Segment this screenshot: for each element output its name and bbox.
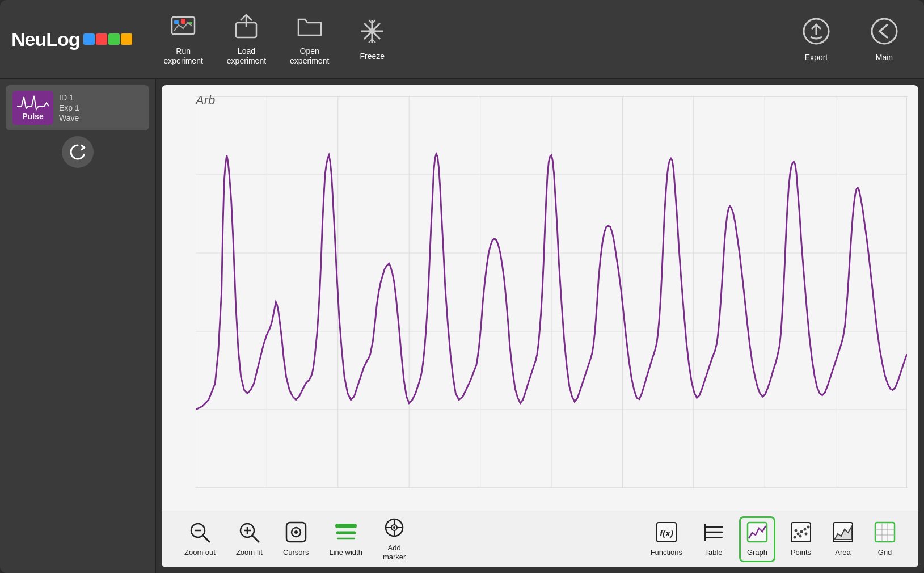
graph-icon [746, 521, 768, 546]
sensor-wave: Wave [59, 113, 79, 123]
points-label: Points [791, 548, 811, 557]
app-container: NeuLog Runex [0, 0, 924, 573]
svg-point-81 [794, 536, 796, 539]
logo: NeuLog [11, 28, 132, 50]
svg-point-15 [872, 19, 897, 44]
sensor-exp: Exp 1 [59, 103, 79, 112]
toolbar-group-right: f(x) Functions [645, 516, 901, 562]
chart-svg: 1000 800 600 400 200 0 0 1 2 3 4 5 6 7 8 [196, 96, 907, 488]
chart-area: Arb [162, 85, 918, 511]
export-button[interactable]: Export [788, 12, 845, 67]
freeze-icon [358, 18, 386, 48]
svg-point-86 [795, 529, 798, 532]
line-width-button[interactable]: Line width [323, 518, 368, 561]
freeze-button[interactable]: Freeze [344, 8, 400, 70]
line-width-icon [335, 521, 357, 546]
grid-icon [874, 521, 896, 546]
chart-y-label: Arb [196, 93, 215, 108]
svg-point-83 [800, 530, 803, 533]
line-width-label: Line width [329, 548, 362, 557]
graph-label: Graph [747, 548, 767, 557]
run-experiment-icon [170, 12, 197, 43]
logo-sq-red [96, 33, 107, 45]
table-label: Table [704, 548, 722, 557]
load-experiment-button[interactable]: Loadexperiment [218, 8, 275, 70]
export-icon [801, 16, 831, 49]
nav-buttons: Runexperiment Loadexperiment [155, 8, 788, 70]
svg-rect-2 [181, 19, 185, 24]
logo-text: NeuLog [11, 28, 80, 50]
logo-sq-blue [83, 33, 95, 45]
cursors-button[interactable]: Cursors [277, 518, 315, 561]
header-right: Export Main [788, 12, 913, 67]
svg-point-88 [805, 533, 808, 536]
zoom-out-icon [189, 521, 210, 546]
svg-point-9 [369, 28, 375, 34]
logo-sq-orange [121, 33, 132, 45]
logo-squares [83, 33, 132, 45]
sidebar: Pulse ID 1 Exp 1 Wave [0, 79, 156, 573]
zoom-fit-button[interactable]: Zoom fit [230, 518, 268, 561]
svg-point-82 [797, 533, 800, 536]
export-label: Export [805, 53, 828, 62]
grid-button[interactable]: Grid [868, 518, 901, 561]
cursors-icon [285, 521, 307, 546]
functions-icon: f(x) [656, 521, 677, 546]
sensor-icon-pulse: Pulse [12, 91, 53, 125]
logo-sq-green [108, 33, 120, 45]
main-label: Main [876, 53, 893, 62]
refresh-button[interactable] [62, 136, 94, 168]
svg-point-84 [804, 528, 807, 531]
open-experiment-label: Openexperiment [290, 47, 329, 66]
open-experiment-icon [296, 12, 323, 43]
load-experiment-label: Loadexperiment [227, 47, 266, 66]
open-experiment-button[interactable]: Openexperiment [281, 8, 338, 70]
svg-text:f(x): f(x) [660, 528, 673, 538]
functions-label: Functions [651, 548, 682, 557]
svg-rect-1 [174, 20, 179, 24]
main-icon [870, 16, 899, 49]
sensor-id: ID 1 [59, 93, 79, 102]
table-icon [703, 521, 724, 546]
zoom-fit-icon [238, 521, 260, 546]
toolbar-group-left: Zoom out Zoom fit [179, 513, 411, 564]
area-label: Area [835, 548, 850, 557]
sensor-pulse-label: Pulse [22, 112, 43, 121]
zoom-out-label: Zoom out [184, 548, 216, 557]
chart-container: Arb [162, 85, 918, 567]
svg-line-59 [252, 536, 259, 542]
points-icon [790, 521, 812, 546]
bottom-toolbar: Zoom out Zoom fit [162, 511, 918, 567]
add-marker-icon [383, 517, 405, 541]
add-marker-button[interactable]: Addmarker [377, 513, 411, 564]
functions-button[interactable]: f(x) Functions [645, 518, 688, 561]
sensor-info: ID 1 Exp 1 Wave [59, 93, 79, 123]
area-icon [832, 521, 854, 546]
svg-point-87 [799, 535, 802, 538]
run-experiment-label: Runexperiment [164, 47, 203, 66]
zoom-fit-label: Zoom fit [236, 548, 263, 557]
cursors-label: Cursors [283, 548, 309, 557]
svg-point-62 [294, 530, 298, 534]
graph-button[interactable]: Graph [739, 516, 775, 562]
area-button[interactable]: Area [826, 518, 859, 561]
table-button[interactable]: Table [697, 518, 730, 561]
load-experiment-icon [233, 12, 260, 43]
header: NeuLog Runex [0, 0, 924, 79]
main-button[interactable]: Main [856, 12, 913, 67]
svg-point-68 [393, 526, 395, 529]
sensor-card[interactable]: Pulse ID 1 Exp 1 Wave [6, 85, 149, 130]
zoom-out-button[interactable]: Zoom out [179, 518, 221, 561]
svg-line-55 [203, 536, 209, 542]
add-marker-label: Addmarker [383, 543, 406, 561]
main-content: Pulse ID 1 Exp 1 Wave Arb [0, 79, 924, 573]
svg-point-85 [807, 526, 810, 529]
freeze-label: Freeze [360, 52, 385, 61]
grid-label: Grid [878, 548, 892, 557]
svg-rect-90 [875, 523, 895, 542]
run-experiment-button[interactable]: Runexperiment [155, 8, 212, 70]
points-button[interactable]: Points [784, 518, 817, 561]
